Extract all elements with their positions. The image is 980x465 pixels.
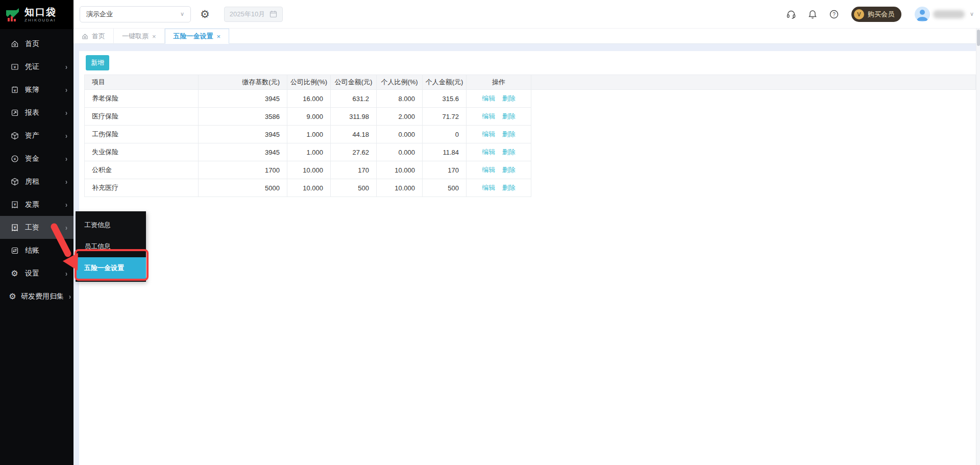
avatar[interactable] xyxy=(915,7,930,22)
tab-home[interactable]: 首页 xyxy=(74,29,114,44)
submenu-item-insurance-settings[interactable]: 五险一金设置 xyxy=(76,257,146,279)
submenu-item-salary-info[interactable]: 工资信息 xyxy=(76,214,146,236)
sidebar-item-ledger[interactable]: ¥ 账簿 › xyxy=(0,78,74,101)
col-header-company-amount: 公司金额(元) xyxy=(331,75,377,90)
salary-submenu: 工资信息 员工信息 五险一金设置 xyxy=(76,211,146,282)
cell-actions: 编辑 删除 xyxy=(467,179,531,197)
chevron-right-icon: › xyxy=(65,269,67,278)
topbar: 演示企业 ∨ ⚙ 2025年10月 ? V 购买会员 xyxy=(74,0,980,29)
cell-personal-ratio: 10.000 xyxy=(377,161,423,179)
company-select-value: 演示企业 xyxy=(86,10,113,19)
edit-link[interactable]: 编辑 xyxy=(482,130,495,138)
tab-insurance-settings[interactable]: 五险一金设置 × xyxy=(165,29,230,44)
period-picker[interactable]: 2025年10月 xyxy=(224,7,283,22)
edit-link[interactable]: 编辑 xyxy=(482,112,495,120)
sidebar-item-assets[interactable]: 资产 › xyxy=(0,124,74,147)
content-area: 新增 项目 缴存基数(元) 公司比例(%) 公司金额(元) 个人比例(%) 个人… xyxy=(74,44,980,465)
table-row: 失业保险 3945 1.000 27.62 0.000 11.84 编辑 删除 xyxy=(85,143,976,161)
col-header-actions: 操作 xyxy=(467,75,531,90)
add-button[interactable]: 新增 xyxy=(86,55,109,70)
cell-personal-amount: 500 xyxy=(423,179,467,197)
sidebar-item-rent[interactable]: 房租 › xyxy=(0,170,74,193)
cube-icon xyxy=(10,177,19,186)
sidebar-item-funds[interactable]: ¥ 资金 › xyxy=(0,147,74,170)
cell-personal-amount: 0 xyxy=(423,126,467,143)
sidebar-item-label: 结账 xyxy=(25,246,39,255)
edit-link[interactable]: 编辑 xyxy=(482,184,495,191)
tab-label: 首页 xyxy=(92,32,105,41)
headset-icon[interactable] xyxy=(786,9,796,19)
sidebar-item-report[interactable]: 报表 › xyxy=(0,101,74,124)
submenu-item-employee-info[interactable]: 员工信息 xyxy=(76,236,146,257)
sidebar-item-label: 资金 xyxy=(25,154,39,163)
cell-company-amount: 44.18 xyxy=(331,126,377,143)
insurance-settings-panel: 新增 项目 缴存基数(元) 公司比例(%) 公司金额(元) 个人比例(%) 个人… xyxy=(79,51,976,465)
svg-text:?: ? xyxy=(832,11,836,17)
sidebar-item-home[interactable]: 首页 xyxy=(0,32,74,55)
tab-label: 五险一金设置 xyxy=(174,32,213,41)
cell-actions: 编辑 删除 xyxy=(467,108,531,126)
cell-filler xyxy=(531,126,976,143)
edit-link[interactable]: 编辑 xyxy=(482,148,495,156)
table-row: 工伤保险 3945 1.000 44.18 0.000 0 编辑 删除 xyxy=(85,126,976,143)
scrollbar[interactable] xyxy=(976,29,980,465)
chevron-right-icon: › xyxy=(65,177,67,186)
svg-text:¥: ¥ xyxy=(13,88,16,92)
tab-bar: 首页 一键取票 × 五险一金设置 × xyxy=(74,29,980,44)
help-icon[interactable]: ? xyxy=(829,9,839,19)
svg-text:¥: ¥ xyxy=(13,225,16,229)
chevron-right-icon: › xyxy=(65,131,67,140)
cell-filler xyxy=(531,108,976,126)
cell-item-name: 养老保险 xyxy=(85,90,199,108)
edit-link[interactable]: 编辑 xyxy=(482,166,495,174)
buy-vip-label: 购买会员 xyxy=(868,10,894,19)
sidebar-nav: 首页 ¥ 凭证 › ¥ 账簿 › xyxy=(0,29,74,308)
gear-icon[interactable]: ⚙ xyxy=(200,9,210,19)
cell-company-ratio: 1.000 xyxy=(287,143,331,161)
home-icon xyxy=(10,39,19,48)
company-select[interactable]: 演示企业 ∨ xyxy=(80,6,191,22)
buy-vip-button[interactable]: V 购买会员 xyxy=(851,7,901,22)
col-header-personal-ratio: 个人比例(%) xyxy=(377,75,423,90)
chevron-right-icon: › xyxy=(65,108,67,117)
col-header-filler xyxy=(531,75,976,90)
cell-personal-ratio: 10.000 xyxy=(377,179,423,197)
scrollbar-thumb[interactable] xyxy=(977,30,980,46)
cell-filler xyxy=(531,143,976,161)
delete-link[interactable]: 删除 xyxy=(502,94,516,102)
close-icon[interactable]: × xyxy=(217,33,221,40)
cell-personal-ratio: 0.000 xyxy=(377,126,423,143)
cell-filler xyxy=(531,179,976,197)
sidebar-item-settings[interactable]: ⚙ 设置 › xyxy=(0,262,74,285)
sidebar-item-voucher[interactable]: ¥ 凭证 › xyxy=(0,55,74,78)
chevron-down-icon: ∨ xyxy=(180,11,184,17)
delete-link[interactable]: 删除 xyxy=(502,130,516,138)
delete-link[interactable]: 删除 xyxy=(502,112,516,120)
cell-base: 3945 xyxy=(199,126,287,143)
sidebar-item-rd-expense[interactable]: ⚙ 研发费用归集 › xyxy=(0,285,74,308)
sidebar-item-closing[interactable]: 结账 xyxy=(0,239,74,262)
delete-link[interactable]: 删除 xyxy=(502,166,516,174)
svg-text:¥: ¥ xyxy=(13,157,16,161)
sidebar-item-invoice[interactable]: ¥ 发票 › xyxy=(0,193,74,216)
close-icon[interactable]: × xyxy=(152,33,156,40)
delete-link[interactable]: 删除 xyxy=(502,184,516,191)
edit-link[interactable]: 编辑 xyxy=(482,94,495,102)
cell-filler xyxy=(531,90,976,108)
chevron-down-icon[interactable]: ∨ xyxy=(970,11,974,17)
cell-company-amount: 631.2 xyxy=(331,90,377,108)
bell-icon[interactable] xyxy=(807,9,818,19)
cell-personal-ratio: 0.000 xyxy=(377,143,423,161)
receipt-icon: ¥ xyxy=(10,200,19,209)
cell-actions: 编辑 删除 xyxy=(467,161,531,179)
table-header-row: 项目 缴存基数(元) 公司比例(%) 公司金额(元) 个人比例(%) 个人金额(… xyxy=(85,75,976,90)
col-header-company-ratio: 公司比例(%) xyxy=(287,75,331,90)
sidebar-item-label: 设置 xyxy=(25,269,39,278)
cell-company-amount: 170 xyxy=(331,161,377,179)
brand-logo-icon xyxy=(5,7,20,22)
sidebar-item-salary[interactable]: ¥ 工资 › xyxy=(0,216,74,239)
chevron-right-icon: › xyxy=(65,154,67,163)
tab-invoice-fetch[interactable]: 一键取票 × xyxy=(114,29,165,44)
user-name-redacted xyxy=(933,10,965,18)
delete-link[interactable]: 删除 xyxy=(502,148,516,156)
